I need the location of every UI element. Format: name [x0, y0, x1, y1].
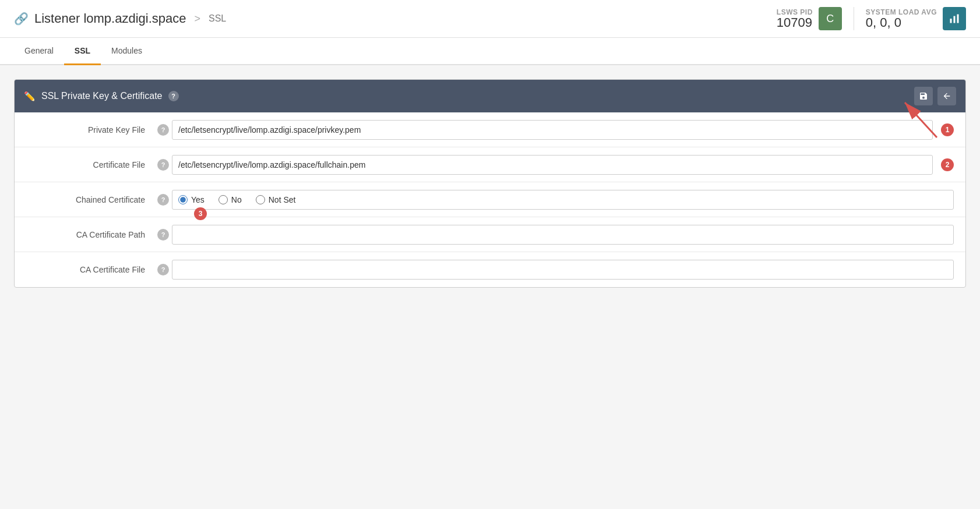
chained-certificate-row: Chained Certificate ? Yes	[15, 182, 965, 217]
panel-header-left: ✏️ SSL Private Key & Certificate ?	[24, 91, 179, 102]
save-button[interactable]	[914, 87, 933, 105]
certificate-file-label: Certificate File	[26, 160, 154, 169]
breadcrumb-separator: >	[194, 13, 200, 25]
svg-rect-2	[957, 15, 959, 23]
ca-certificate-file-row: CA Certificate File ?	[15, 252, 965, 287]
private-key-file-help: ?	[154, 124, 172, 136]
svg-rect-1	[954, 16, 956, 23]
link-icon: 🔗	[14, 12, 29, 26]
ca-certificate-path-label: CA Certificate Path	[26, 230, 154, 239]
restart-button[interactable]: C	[819, 7, 842, 30]
chained-no-radio[interactable]	[218, 195, 228, 204]
certificate-file-help-icon[interactable]: ?	[157, 159, 169, 171]
private-key-file-input[interactable]	[172, 120, 933, 140]
chained-yes-label: Yes	[191, 195, 205, 204]
chained-yes-option[interactable]: Yes	[178, 195, 205, 204]
tab-ssl[interactable]: SSL	[64, 38, 101, 65]
chained-certificate-control: Yes No Not Set	[172, 190, 954, 210]
top-bar: 🔗 Listener lomp.azdigi.space > SSL LSWS …	[0, 0, 980, 38]
ca-certificate-file-help-icon[interactable]: ?	[157, 264, 169, 275]
tab-modules[interactable]: Modules	[101, 38, 153, 65]
ca-certificate-path-row: CA Certificate Path ?	[15, 217, 965, 252]
ca-certificate-path-control	[172, 225, 954, 245]
certificate-input-wrapper: 2	[172, 155, 954, 175]
private-key-file-label: Private Key File	[26, 125, 154, 135]
listener-title: Listener lomp.azdigi.space	[34, 11, 186, 26]
chained-certificate-label: Chained Certificate	[26, 195, 154, 204]
form-body: Private Key File ? 1 Certificate File	[15, 112, 965, 287]
stat-divider	[854, 7, 854, 30]
chained-notset-label: Not Set	[269, 195, 296, 204]
panel-wrapper: ✏️ SSL Private Key & Certificate ?	[14, 79, 966, 288]
certificate-file-help: ?	[154, 159, 172, 171]
chained-notset-option[interactable]: Not Set	[256, 195, 296, 204]
breadcrumb-ssl: SSL	[209, 13, 226, 24]
panel-header-right	[914, 87, 956, 105]
back-button[interactable]	[937, 87, 956, 105]
chained-certificate-help: ?	[154, 194, 172, 206]
ca-certificate-file-label: CA Certificate File	[26, 265, 154, 274]
private-key-file-control: 1	[172, 120, 954, 140]
panel-help-icon[interactable]: ?	[168, 91, 179, 101]
private-key-file-row: Private Key File ? 1	[15, 112, 965, 147]
ca-certificate-path-help-icon[interactable]: ?	[157, 229, 169, 241]
chained-notset-radio[interactable]	[256, 195, 265, 204]
badge-2: 2	[941, 158, 954, 171]
panel-title: SSL Private Key & Certificate	[41, 91, 163, 101]
certificate-file-row: Certificate File ? 2	[15, 147, 965, 182]
page-title: 🔗 Listener lomp.azdigi.space > SSL	[14, 11, 226, 26]
ca-certificate-file-input[interactable]	[172, 260, 954, 280]
tabs-bar: General SSL Modules	[0, 38, 980, 65]
certificate-file-control: 2	[172, 155, 954, 175]
system-load-value: 0, 0, 0	[866, 16, 937, 29]
lsws-pid-block: LSWS PID 10709 C	[777, 7, 842, 30]
chained-certificate-help-icon[interactable]: ?	[157, 194, 169, 206]
badge-1: 1	[941, 123, 954, 136]
certificate-file-input[interactable]	[172, 155, 933, 175]
svg-rect-0	[950, 19, 952, 23]
private-key-input-wrapper: 1	[172, 120, 954, 140]
ca-certificate-file-help: ?	[154, 264, 172, 275]
panel-header: ✏️ SSL Private Key & Certificate ?	[15, 80, 965, 112]
top-right: LSWS PID 10709 C SYSTEM LOAD AVG 0, 0, 0	[777, 7, 966, 30]
chained-certificate-radio-group: Yes No Not Set	[172, 190, 954, 210]
tab-general[interactable]: General	[14, 38, 64, 65]
lsws-pid-value: 10709	[777, 16, 813, 29]
ca-certificate-path-help: ?	[154, 229, 172, 241]
main-content: ✏️ SSL Private Key & Certificate ?	[0, 65, 980, 302]
chained-yes-radio[interactable]	[178, 195, 188, 204]
system-load-block: SYSTEM LOAD AVG 0, 0, 0	[866, 7, 966, 30]
ca-certificate-file-control	[172, 260, 954, 280]
chained-no-option[interactable]: No	[218, 195, 242, 204]
ssl-panel: ✏️ SSL Private Key & Certificate ?	[14, 79, 966, 288]
ca-certificate-path-input[interactable]	[172, 225, 954, 245]
chart-button[interactable]	[943, 7, 966, 30]
private-key-help-icon[interactable]: ?	[157, 124, 169, 136]
edit-icon: ✏️	[24, 91, 36, 102]
chained-no-label: No	[231, 195, 242, 204]
badge-3: 3	[194, 207, 207, 220]
